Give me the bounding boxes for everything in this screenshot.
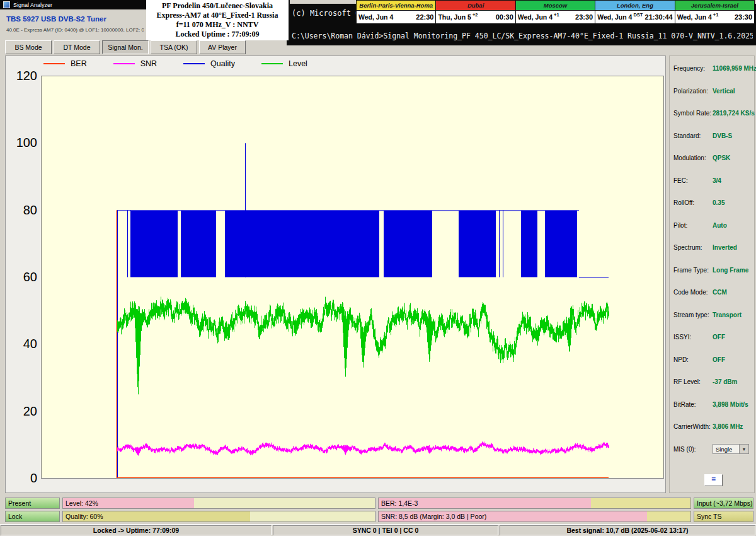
tuner-title: TBS 5927 USB DVB-S2 Tuner [6, 15, 106, 23]
quality-line-swatch [183, 63, 205, 64]
tuner-subtitle: 40.0E - Express AM7 (ID: 0400) @ LOF1: 1… [6, 27, 144, 33]
tab-tsa[interactable]: TSA (OK) [151, 40, 197, 54]
clock-date: Wed, Jun 4 [677, 13, 712, 21]
y-tick-60: 60 [9, 269, 37, 285]
tab-signal-mon[interactable]: Signal Mon. [102, 40, 149, 54]
clock-time: 23:30 [735, 13, 752, 21]
clock-time: 00:30 [496, 13, 513, 21]
quality-progressbar: Quality: 60% [62, 511, 375, 522]
param-value: Inverted [713, 244, 737, 251]
clock-offset: +1 [554, 12, 559, 18]
param-frame-type: Frame Type:Long Frame [673, 259, 754, 282]
header-line-satellite: Express-AM7 at 40°E_Fixed-1 Russia [146, 11, 289, 20]
clock-body: Thu, Jun 5 +2 00:30 [436, 11, 515, 23]
clock-date: Wed, Jun 4 [358, 13, 393, 21]
y-tick-20: 20 [9, 403, 37, 419]
param-issyi: ISSYI:OFF [673, 326, 754, 349]
param-value: QPSK [713, 154, 730, 161]
clock-offset: +1 [713, 12, 719, 18]
param-label: RF Level: [673, 378, 713, 385]
lock-indicator: Lock [5, 511, 60, 522]
clock-time: 21:30:44 [645, 13, 673, 21]
param-label: Modulation: [673, 154, 713, 161]
param-value: 3,806 MHz [713, 423, 743, 430]
window-title: Signal Analyzer [13, 2, 52, 8]
param-label: Symbol Rate: [673, 110, 713, 117]
ber-line-swatch [43, 63, 65, 64]
clock-jerusalem: Jerusalem-Israel Wed, Jun 4 +1 23:30 [675, 0, 755, 24]
param-value: 3,898 Mbit/s [713, 401, 748, 408]
signal-chart-canvas [42, 76, 663, 478]
clock-berlin: Berlin-Paris-Vienna-Roma Wed, Jun 4 22:3… [356, 0, 436, 24]
param-label: MIS (0): [673, 446, 713, 453]
legend-snr: SNR [113, 59, 157, 68]
antenna-header-card: PF Prodelin 450/Lučenec-Slovakia Express… [146, 0, 289, 40]
clock-date: Wed, Jun 4 [597, 13, 632, 21]
clock-date: Wed, Jun 4 [518, 13, 553, 21]
clock-body: Wed, Jun 4 DST 21:30:44 [595, 11, 674, 23]
param-label: Pilot: [673, 222, 713, 229]
list-icon: ≡ [711, 475, 716, 484]
param-carrierwidth: CarrierWidth:3,806 MHz [673, 416, 754, 438]
legend-label: SNR [140, 59, 157, 68]
tab-bs-mode[interactable]: BS Mode [5, 40, 52, 54]
param-stream-type: Stream type:Transport [673, 304, 754, 327]
ber-progressbar: BER: 1,4E-3 [378, 498, 691, 509]
param-value: Long Frame [713, 267, 748, 274]
level-line-swatch [261, 63, 283, 64]
tab-dt-mode[interactable]: DT Mode [54, 40, 100, 54]
param-value: 11069,959 MHz [713, 65, 756, 72]
param-value: OFF [713, 356, 725, 363]
param-value: Vertical [713, 88, 735, 95]
level-label: Level: 42% [66, 498, 98, 508]
param-label: Stream type: [673, 312, 713, 318]
snr-progressbar: SNR: 8,5 dB (Margin: 3,0 dB | Poor) [378, 511, 691, 522]
clock-london: London, Eng Wed, Jun 4 DST 21:30:44 [595, 0, 675, 24]
chart-plot-area [41, 76, 664, 479]
mis-dropdown[interactable]: Single ▼ [713, 444, 749, 454]
param-modulation: Modulation:QPSK [673, 147, 754, 170]
header-line-uptime: Locked Uptime : 77:09:09 [146, 30, 289, 39]
y-tick-80: 80 [9, 202, 37, 218]
statusbar-sync-counters: SYNC 0 | TEI 0 | CC 0 [273, 525, 498, 535]
param-value: CCM [713, 289, 727, 296]
param-label: NPD: [673, 356, 713, 363]
param-label: Spectrum: [673, 244, 713, 251]
param-polarization: Polarization:Vertical [673, 80, 754, 103]
y-tick-100: 100 [9, 134, 37, 151]
param-label: Frame Type: [673, 267, 713, 274]
present-indicator: Present [5, 498, 60, 509]
param-symbol-rate: Symbol Rate:2819,724 KS/s [673, 102, 754, 125]
param-value: OFF [713, 334, 725, 341]
param-value: Transport [713, 312, 742, 318]
clock-dubai: Dubai Thu, Jun 5 +2 00:30 [436, 0, 515, 24]
terminal-copyright: (c) Microsoft Co [292, 9, 365, 18]
param-value: DVB-S [713, 132, 732, 139]
chevron-down-icon[interactable]: ▼ [739, 445, 748, 453]
clock-moscow: Moscow Wed, Jun 4 +1 23:30 [516, 0, 595, 24]
param-fec: FEC:3/4 [673, 170, 754, 192]
param-value: 2819,724 KS/s [713, 110, 755, 117]
param-label: Standard: [673, 132, 713, 139]
snr-label: SNR: 8,5 dB (Margin: 3,0 dB | Poor) [381, 511, 486, 521]
param-bitrate: BitRate:3,898 Mbit/s [673, 393, 754, 416]
signal-chart-panel: BER SNR Quality Level 120 100 80 60 40 2… [5, 55, 666, 493]
y-tick-120: 120 [9, 67, 37, 84]
param-npd: NPD:OFF [673, 349, 754, 371]
parameters-sidebar: Frequency:11069,959 MHz Polarization:Ver… [669, 55, 755, 493]
param-label: BitRate: [673, 401, 713, 408]
param-code-mode: Code Mode:CCM [673, 281, 754, 304]
clock-offset: DST [633, 12, 643, 18]
app-icon [3, 1, 10, 8]
legend-label: BER [71, 59, 87, 68]
param-frequency: Frequency:11069,959 MHz [673, 57, 754, 80]
y-tick-0: 0 [9, 470, 37, 486]
terminal-prompt: C:\Users\Roman Dávid>Signal Monitoring_P… [292, 32, 753, 40]
tab-av-player[interactable]: AV Player [199, 40, 246, 54]
legend-ber: BER [43, 59, 87, 68]
param-pilot: Pilot:Auto [673, 214, 754, 237]
export-button[interactable]: ≡ [704, 474, 723, 486]
level-progressbar: Level: 42% [62, 498, 375, 509]
param-label: RollOff: [673, 199, 713, 206]
param-label: Code Mode: [673, 289, 713, 296]
